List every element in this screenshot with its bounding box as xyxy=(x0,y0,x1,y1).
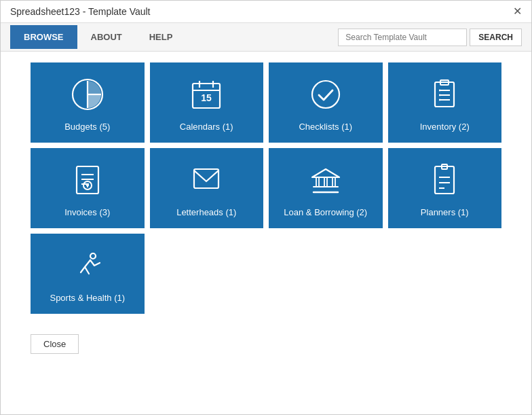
sports-icon xyxy=(70,245,105,286)
tab-browse[interactable]: BROWSE xyxy=(10,25,77,49)
svg-point-37 xyxy=(90,253,96,259)
tile-sports-label: Sports & Health (1) xyxy=(50,293,125,304)
svg-rect-25 xyxy=(194,169,218,188)
svg-rect-32 xyxy=(435,166,454,194)
window-title: Spreadsheet123 - Template Vault xyxy=(10,6,151,17)
tab-about[interactable]: ABOUT xyxy=(77,25,136,49)
svg-marker-31 xyxy=(312,169,339,177)
planner-icon xyxy=(427,159,462,200)
template-grid: Budgets (5) 15 Calendars (1) xyxy=(31,62,501,314)
title-bar: Spreadsheet123 - Template Vault ✕ xyxy=(1,1,531,23)
inventory-icon xyxy=(427,73,462,115)
search-area: SEARCH xyxy=(338,29,522,46)
tile-budgets[interactable]: Budgets (5) xyxy=(31,62,145,143)
tile-planners[interactable]: Planners (1) xyxy=(388,148,502,228)
main-window: Spreadsheet123 - Template Vault ✕ BROWSE… xyxy=(0,0,532,415)
tile-invoices[interactable]: Invoices (3) xyxy=(31,148,145,228)
tile-loan[interactable]: Loan & Borrowing (2) xyxy=(269,148,383,228)
tile-checklists[interactable]: Checklists (1) xyxy=(269,62,383,143)
window-close-button[interactable]: ✕ xyxy=(513,6,522,17)
svg-text:15: 15 xyxy=(201,92,212,103)
budget-icon xyxy=(70,73,105,115)
tile-planners-label: Planners (1) xyxy=(421,207,469,219)
footer: Close xyxy=(1,325,531,363)
close-button[interactable]: Close xyxy=(31,334,79,354)
search-button[interactable]: SEARCH xyxy=(470,29,522,46)
svg-point-9 xyxy=(312,81,339,108)
tile-checklists-label: Checklists (1) xyxy=(299,122,352,133)
search-input[interactable] xyxy=(338,29,467,46)
tile-budgets-label: Budgets (5) xyxy=(64,122,110,133)
letterhead-icon xyxy=(189,159,224,200)
svg-rect-30 xyxy=(332,177,335,187)
tile-letterheads[interactable]: Letterheads (1) xyxy=(150,148,264,228)
content-area: Budgets (5) 15 Calendars (1) xyxy=(1,52,531,325)
tile-sports[interactable]: Sports & Health (1) xyxy=(31,234,145,314)
tile-inventory[interactable]: Inventory (2) xyxy=(388,62,502,143)
nav-bar: BROWSE ABOUT HELP SEARCH xyxy=(1,23,531,52)
tile-invoices-label: Invoices (3) xyxy=(64,207,110,219)
calendar-icon: 15 xyxy=(189,73,224,115)
invoice-icon xyxy=(70,159,105,200)
tile-calendars-label: Calendars (1) xyxy=(180,122,233,133)
tile-letterheads-label: Letterheads (1) xyxy=(176,207,236,219)
tile-inventory-label: Inventory (2) xyxy=(420,122,470,133)
svg-rect-28 xyxy=(316,177,319,187)
tile-loan-label: Loan & Borrowing (2) xyxy=(284,207,367,219)
svg-rect-29 xyxy=(324,177,327,187)
checklist-icon xyxy=(308,73,343,115)
tile-calendars[interactable]: 15 Calendars (1) xyxy=(150,62,264,143)
loan-icon xyxy=(308,159,343,200)
tab-help[interactable]: HELP xyxy=(136,25,187,49)
